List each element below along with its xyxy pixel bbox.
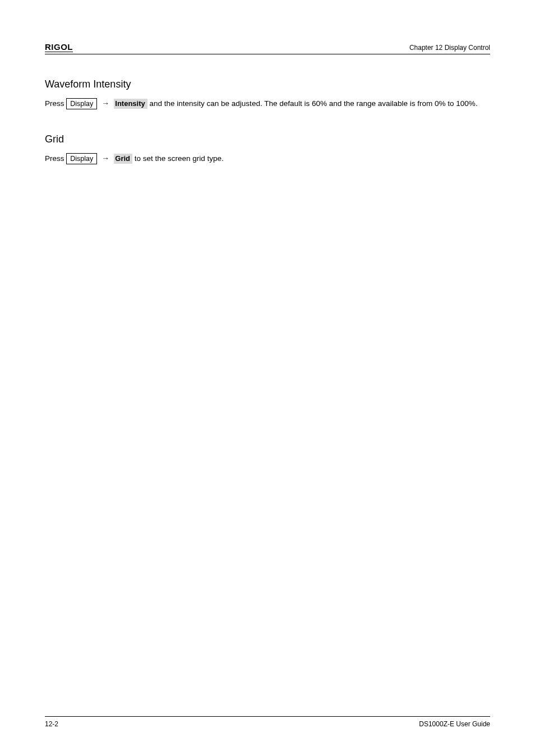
section-grid: Grid Press Display → Grid to set the scr…: [45, 132, 490, 164]
doc-reference: DS1000Z-E User Guide: [419, 720, 490, 728]
brand-name: RIGOL: [45, 42, 73, 52]
page-number: 12-2: [45, 720, 58, 728]
softkey-intensity: Intensity: [114, 99, 147, 109]
softkey-grid: Grid: [114, 154, 132, 164]
grid-description: to set the screen grid type.: [135, 154, 224, 163]
section-intensity: Waveform Intensity Press Display → Inten…: [45, 77, 490, 109]
section-title-grid: Grid: [45, 132, 490, 147]
page-footer: 12-2 DS1000Z-E User Guide: [45, 716, 490, 728]
nav-intensity: Display → Intensity: [66, 98, 147, 109]
page-container: RIGOL Chapter 12 Display Control Wavefor…: [0, 0, 535, 756]
intensity-description: and the intensity can be adjusted. The d…: [150, 99, 478, 108]
press-label: Press: [45, 154, 66, 163]
section-text-grid: Press Display → Grid to set the screen g…: [45, 153, 490, 164]
hardkey-display: Display: [66, 98, 97, 109]
page-content: Waveform Intensity Press Display → Inten…: [45, 54, 490, 716]
arrow-right-icon: →: [102, 98, 109, 109]
page-header: RIGOL Chapter 12 Display Control: [45, 42, 490, 54]
section-text-intensity: Press Display → Intensity and the intens…: [45, 98, 490, 109]
section-title-intensity: Waveform Intensity: [45, 77, 490, 92]
nav-grid: Display → Grid: [66, 153, 132, 164]
arrow-right-icon: →: [102, 153, 109, 164]
hardkey-display: Display: [66, 153, 97, 164]
chapter-reference: Chapter 12 Display Control: [409, 44, 490, 52]
press-label: Press: [45, 99, 66, 108]
